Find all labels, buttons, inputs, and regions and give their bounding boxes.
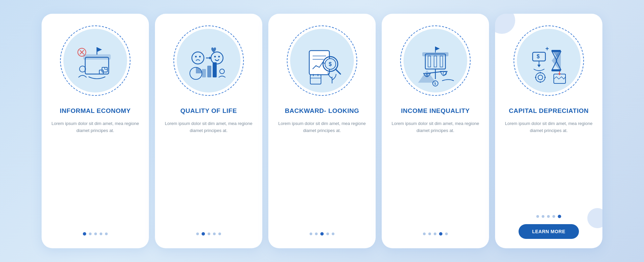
card-desc-3: Lorem ipsum dolor sit dim amet, mea regi… [276, 120, 368, 226]
svg-point-57 [538, 75, 543, 80]
svg-point-13 [199, 56, 201, 58]
svg-point-18 [218, 56, 220, 58]
card-illustration-3: $ [285, 24, 359, 97]
svg-text:$: $ [434, 82, 436, 85]
svg-point-16 [211, 52, 223, 64]
svg-rect-20 [207, 66, 211, 77]
backward-looking-icon: $ [295, 34, 349, 87]
svg-rect-0 [85, 57, 109, 74]
card-title-3: BACKWARD- LOOKING [285, 107, 359, 115]
card-quality-of-life: QUALITY OF LIFE Lorem ipsum dolor sit di… [155, 14, 262, 248]
card-desc-2: Lorem ipsum dolor sit dim amet, mea regi… [163, 120, 254, 226]
card-informal-economy: INFORMAL ECONOMY Lorem ipsum dolor sit d… [42, 14, 149, 248]
card-illustration-1 [58, 24, 132, 97]
svg-rect-37 [423, 53, 448, 56]
card-illustration-4: $ $ [398, 24, 472, 97]
dot-5-3 [547, 215, 550, 218]
dots-3 [310, 232, 334, 236]
svg-rect-40 [440, 56, 443, 67]
card-capital-depreciation: $ + C [495, 14, 602, 248]
dot-2-2 [202, 232, 205, 236]
svg-rect-21 [213, 62, 217, 77]
svg-rect-38 [428, 56, 431, 67]
dot-3-2 [315, 233, 318, 235]
card-title-2: QUALITY OF LIFE [180, 107, 237, 115]
dot-4-1 [423, 233, 426, 235]
svg-point-12 [195, 56, 197, 58]
svg-rect-31 [310, 75, 321, 84]
svg-point-56 [536, 73, 545, 82]
svg-marker-42 [435, 47, 440, 51]
dot-3-4 [326, 233, 329, 235]
dot-4-5 [445, 233, 448, 235]
dot-3-5 [332, 233, 334, 235]
dot-2-5 [218, 233, 221, 235]
svg-rect-19 [202, 69, 206, 77]
cards-container: INFORMAL ECONOMY Lorem ipsum dolor sit d… [35, 7, 609, 255]
card-backward-looking: $ BACKWARD- LOOKING Lorem ipsum dolor si… [268, 14, 376, 248]
dot-1-5 [105, 233, 108, 235]
dot-5-4 [552, 215, 555, 218]
dot-5-2 [542, 215, 544, 218]
income-inequality-icon: $ $ [409, 34, 462, 87]
dot-5-5 [558, 215, 561, 218]
svg-rect-39 [434, 56, 437, 67]
dots-1 [83, 232, 108, 236]
dot-5-1 [536, 215, 539, 218]
card-title-1: INFORMAL ECONOMY [60, 107, 130, 115]
dot-3-3 [320, 232, 324, 236]
dot-4-4 [439, 232, 442, 236]
svg-point-7 [79, 66, 86, 72]
corner-decoration-br [587, 208, 602, 228]
svg-point-23 [220, 69, 224, 74]
svg-rect-1 [84, 55, 110, 59]
dot-2-1 [196, 233, 199, 235]
card-illustration-5: $ + [512, 24, 586, 97]
dot-4-2 [428, 233, 431, 235]
dots-4 [423, 232, 448, 236]
svg-text:+: + [545, 45, 549, 52]
svg-marker-3 [97, 47, 102, 52]
card-desc-1: Lorem ipsum dolor sit dim amet, mea regi… [50, 120, 141, 226]
dot-1-1 [83, 232, 86, 236]
svg-line-29 [336, 69, 340, 74]
svg-text:$: $ [537, 54, 540, 59]
dot-4-3 [434, 233, 436, 235]
dot-2-4 [213, 233, 216, 235]
quality-of-life-icon [182, 34, 235, 87]
card-income-inequality: $ $ INCOME INEQUALITY Lorem ipsum dolor … [382, 14, 489, 248]
card-desc-5: Lorem ipsum dolor sit dim amet, mea regi… [503, 120, 594, 209]
learn-more-button[interactable]: LEARN MORE [519, 224, 579, 239]
dot-1-4 [100, 233, 102, 235]
svg-marker-55 [537, 65, 541, 67]
dot-1-2 [89, 233, 92, 235]
svg-text:$: $ [329, 61, 332, 67]
dot-3-1 [310, 233, 312, 235]
dots-5 [536, 215, 561, 218]
card-title-5: CAPITAL DEPRECIATION [509, 107, 589, 115]
dots-2 [196, 232, 221, 236]
svg-point-17 [214, 56, 216, 58]
informal-economy-icon [68, 34, 122, 87]
card-title-4: INCOME INEQUALITY [401, 107, 470, 115]
card-desc-4: Lorem ipsum dolor sit dim amet, mea regi… [390, 120, 481, 226]
capital-depreciation-icon: $ + [522, 34, 576, 87]
dot-1-3 [94, 233, 97, 235]
card-illustration-2 [172, 24, 246, 97]
dot-2-3 [208, 233, 210, 235]
svg-point-11 [192, 52, 204, 64]
